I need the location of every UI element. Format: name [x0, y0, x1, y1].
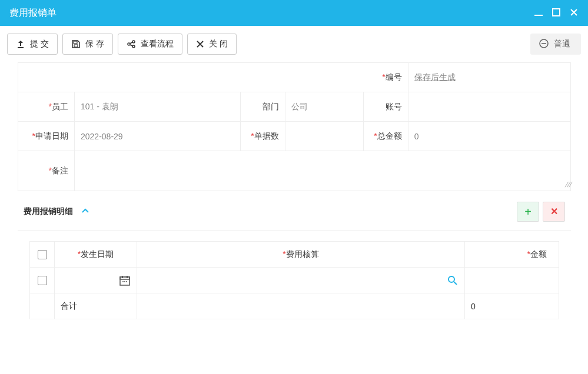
doc-count-label: 单据数 [254, 131, 279, 141]
circle-minus-icon [539, 38, 549, 51]
calendar-icon[interactable] [119, 275, 131, 286]
date-cell[interactable] [55, 268, 137, 293]
dept-field[interactable]: 公司 [291, 102, 308, 111]
window-title: 费用报销单 [9, 7, 57, 19]
save-icon [71, 39, 81, 49]
account-cell[interactable] [137, 268, 465, 293]
total-label: 总金额 [377, 131, 402, 141]
col-account-label: 费用核算 [286, 249, 319, 259]
share-icon [127, 39, 136, 49]
col-amount-label: 金额 [530, 249, 547, 259]
footer-amount: 0 [471, 302, 476, 311]
add-row-button[interactable]: + [517, 202, 539, 222]
toolbar: 提 交 保 存 查看流程 关 闭 普通 [0, 26, 588, 62]
detail-table: *发生日期 *费用核算 *金额 [29, 241, 559, 319]
footer-label: 合计 [61, 301, 77, 310]
minimize-icon[interactable] [534, 8, 543, 19]
upload-icon [16, 39, 25, 49]
svg-point-16 [126, 281, 127, 282]
detail-section-title: 费用报销明细 [24, 206, 73, 217]
submit-label: 提 交 [30, 39, 49, 49]
svg-rect-4 [74, 45, 78, 47]
svg-point-7 [132, 45, 135, 48]
save-button[interactable]: 保 存 [62, 34, 113, 55]
close-button[interactable]: 关 闭 [187, 34, 237, 55]
col-date-label: 发生日期 [81, 249, 114, 259]
form-table: *编号 保存后生成 *员工 101 - 袁朗 部门 公司 账号 *申请日期 20… [18, 62, 571, 191]
apply-date-label: 申请日期 [35, 131, 68, 141]
select-all-checkbox[interactable] [38, 250, 47, 259]
employee-label: 员工 [52, 102, 68, 111]
x-icon [196, 40, 204, 48]
svg-rect-13 [127, 276, 128, 278]
svg-rect-1 [553, 9, 560, 16]
view-flow-label: 查看流程 [141, 39, 174, 49]
svg-point-5 [128, 43, 130, 45]
apply-date-field[interactable]: 2022-08-29 [81, 132, 123, 141]
submit-button[interactable]: 提 交 [7, 34, 58, 55]
detail-section-header: 费用报销明细 + ✕ [18, 191, 571, 230]
plus-icon: + [524, 206, 531, 218]
search-icon[interactable] [447, 275, 459, 286]
account-label: 账号 [386, 102, 402, 111]
total-field[interactable]: 0 [414, 132, 419, 141]
table-row [30, 268, 559, 293]
svg-rect-3 [74, 41, 77, 44]
svg-rect-2 [18, 47, 24, 48]
save-label: 保 存 [85, 39, 104, 49]
employee-field[interactable]: 101 - 袁朗 [81, 102, 118, 111]
x-icon: ✕ [550, 207, 558, 216]
svg-rect-0 [534, 15, 543, 16]
titlebar: 费用报销单 [0, 0, 588, 26]
svg-rect-12 [122, 276, 123, 278]
maximize-icon[interactable] [552, 8, 561, 19]
remark-label: 备注 [52, 166, 68, 175]
svg-rect-9 [542, 43, 546, 44]
delete-row-button[interactable]: ✕ [543, 202, 565, 222]
number-value: 保存后生成 [414, 72, 456, 82]
view-flow-button[interactable]: 查看流程 [118, 34, 182, 55]
dept-label: 部门 [263, 102, 279, 111]
close-icon[interactable] [569, 8, 579, 19]
chevron-up-icon[interactable] [81, 207, 89, 217]
svg-point-15 [124, 281, 125, 282]
close-label: 关 闭 [209, 39, 228, 49]
svg-point-17 [449, 276, 454, 282]
window-controls [534, 8, 579, 19]
priority-label: 普通 [554, 39, 570, 49]
detail-header-row: *发生日期 *费用核算 *金额 [30, 242, 559, 268]
section-divider [18, 230, 571, 231]
amount-cell[interactable] [465, 268, 559, 293]
svg-point-14 [122, 281, 124, 282]
svg-point-6 [132, 41, 135, 43]
priority-button[interactable]: 普通 [530, 34, 581, 55]
number-label: 编号 [386, 72, 402, 82]
svg-rect-11 [120, 277, 129, 279]
table-footer-row: 合计 0 [30, 293, 559, 319]
row-checkbox[interactable] [38, 276, 47, 285]
content-area: *编号 保存后生成 *员工 101 - 袁朗 部门 公司 账号 *申请日期 20… [0, 62, 588, 374]
